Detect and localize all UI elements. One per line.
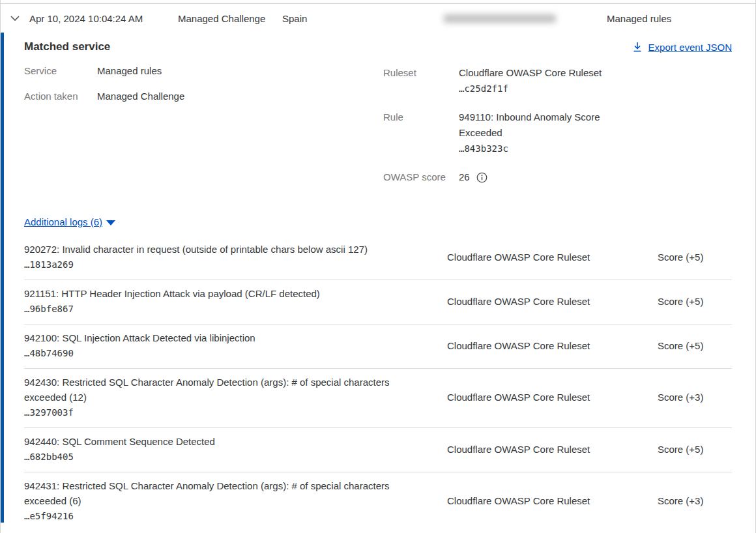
ruleset-label: Ruleset — [383, 65, 459, 96]
log-row: 942100: SQL Injection Attack Detected vi… — [24, 324, 732, 369]
log-rule-description: 942431: Restricted SQL Character Anomaly… — [24, 478, 418, 508]
log-row: 920272: Invalid character in request (ou… — [24, 236, 732, 280]
owasp-score-label: OWASP score — [383, 169, 459, 185]
log-score: Score (+5) — [658, 242, 732, 272]
log-ruleset-name: Cloudflare OWASP Core Ruleset — [447, 434, 658, 464]
rule-label: Rule — [383, 109, 459, 156]
log-rule-hash: …48b74690 — [24, 347, 418, 360]
rule-value: 949110: Inbound Anomaly Score Exceeded …… — [459, 109, 618, 156]
log-ruleset-name: Cloudflare OWASP Core Ruleset — [447, 242, 658, 272]
service-field: Service Managed rules — [24, 65, 383, 76]
log-rule-description: 942440: SQL Comment Sequence Detected — [24, 434, 418, 449]
log-score: Score (+3) — [658, 478, 732, 523]
details-left-column: Service Managed rules Action taken Manag… — [24, 65, 383, 198]
export-event-json-label: Export event JSON — [648, 42, 732, 53]
redacted-hostname-blur — [444, 14, 556, 23]
info-icon[interactable] — [476, 172, 487, 183]
event-detail-panel: Matched service Export event JSON Servic… — [1, 33, 755, 533]
log-rule-hash: …e5f94216 — [24, 510, 418, 523]
ruleset-field: Ruleset Cloudflare OWASP Core Ruleset …c… — [383, 65, 732, 96]
log-rule-hash: …682bb405 — [24, 450, 418, 464]
action-taken-label: Action taken — [24, 91, 97, 102]
chevron-down-icon — [10, 13, 20, 23]
log-row: 921151: HTTP Header Injection Attack via… — [24, 280, 732, 324]
expanded-row-accent-bar — [1, 33, 4, 523]
owasp-score-field: OWASP score 26 — [383, 169, 732, 185]
log-score: Score (+5) — [658, 434, 732, 464]
ruleset-id-hash: …c25d2f1f — [459, 81, 618, 96]
owasp-score-value-wrap: 26 — [459, 169, 618, 185]
event-country: Spain — [282, 13, 444, 24]
panel-header: Matched service Export event JSON — [24, 40, 732, 53]
ruleset-name: Cloudflare OWASP Core Ruleset — [459, 65, 618, 81]
event-timestamp: Apr 10, 2024 10:04:24 AM — [29, 13, 178, 24]
log-ruleset-name: Cloudflare OWASP Core Ruleset — [447, 286, 658, 316]
event-action: Managed Challenge — [178, 13, 282, 24]
panel-title: Matched service — [24, 40, 110, 53]
event-service: Managed rules — [607, 13, 755, 24]
log-score: Score (+5) — [658, 330, 732, 360]
log-rule-description: 942430: Restricted SQL Character Anomaly… — [24, 375, 418, 405]
rule-field: Rule 949110: Inbound Anomaly Score Excee… — [383, 109, 732, 156]
log-rule-description: 921151: HTTP Header Injection Attack via… — [24, 286, 418, 301]
log-rule-hash: …96bfe867 — [24, 302, 418, 316]
additional-logs-table: 920272: Invalid character in request (ou… — [24, 236, 732, 533]
service-value: Managed rules — [97, 65, 162, 76]
service-label: Service — [24, 65, 97, 76]
additional-logs-label: Additional logs (6) — [24, 216, 102, 227]
caret-down-icon — [106, 220, 115, 225]
event-summary-row[interactable]: Apr 10, 2024 10:04:24 AM Managed Challen… — [1, 4, 755, 33]
log-score: Score (+3) — [658, 375, 732, 420]
action-taken-field: Action taken Managed Challenge — [24, 91, 383, 102]
log-rule-hash: …3297003f — [24, 406, 418, 420]
additional-logs-toggle[interactable]: Additional logs (6) — [24, 216, 115, 227]
details-right-column: Ruleset Cloudflare OWASP Core Ruleset …c… — [383, 65, 732, 198]
ruleset-value: Cloudflare OWASP Core Ruleset …c25d2f1f — [459, 65, 618, 96]
log-rule-hash: …1813a269 — [24, 258, 418, 272]
collapse-row-button[interactable] — [10, 13, 29, 23]
rule-name: 949110: Inbound Anomaly Score Exceeded — [459, 109, 618, 141]
log-ruleset-name: Cloudflare OWASP Core Ruleset — [447, 330, 658, 360]
log-rule-description: 942100: SQL Injection Attack Detected vi… — [24, 330, 418, 345]
log-ruleset-name: Cloudflare OWASP Core Ruleset — [447, 478, 658, 523]
event-hostname-redacted — [444, 14, 607, 23]
matched-service-details: Service Managed rules Action taken Manag… — [24, 65, 732, 198]
download-icon — [632, 42, 643, 53]
log-row: 942440: SQL Comment Sequence Detected …6… — [24, 428, 732, 472]
log-row: 942431: Restricted SQL Character Anomaly… — [24, 472, 732, 533]
log-score: Score (+5) — [658, 286, 732, 316]
rule-id-hash: …843b323c — [459, 141, 618, 156]
export-event-json-button[interactable]: Export event JSON — [632, 42, 732, 53]
owasp-score-value: 26 — [459, 169, 470, 185]
log-ruleset-name: Cloudflare OWASP Core Ruleset — [447, 375, 658, 420]
firewall-event-detail: Apr 10, 2024 10:04:24 AM Managed Challen… — [0, 0, 756, 533]
log-row: 942430: Restricted SQL Character Anomaly… — [24, 369, 732, 428]
action-taken-value: Managed Challenge — [97, 91, 184, 102]
log-rule-description: 920272: Invalid character in request (ou… — [24, 242, 418, 257]
